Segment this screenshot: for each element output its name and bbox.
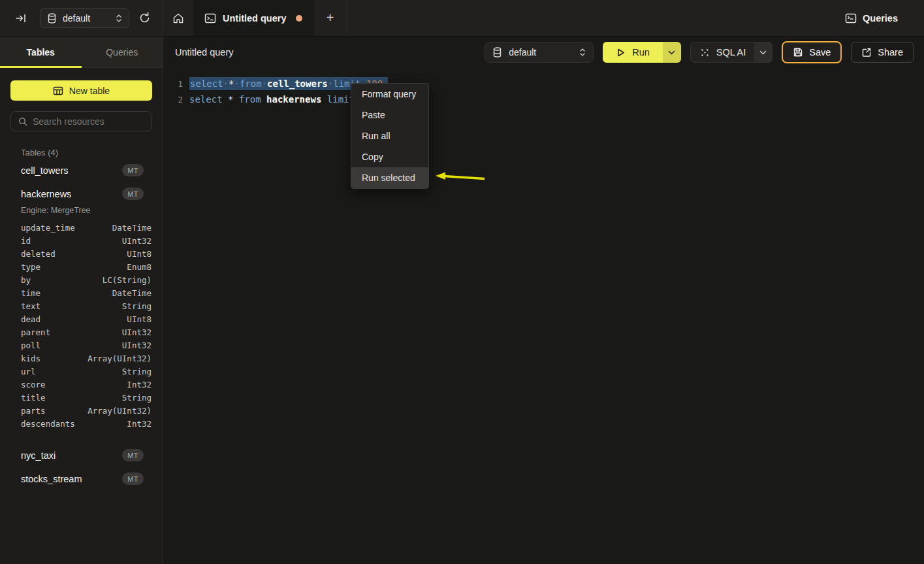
query-toolbar: Untitled query default	[163, 37, 924, 68]
column-type: Array(UInt32)	[88, 406, 151, 416]
unsaved-changes-dot	[296, 15, 302, 22]
tab-label: Untitled query	[223, 13, 289, 24]
table-row-stocks-stream[interactable]: stocks_stream MT	[0, 468, 163, 489]
refresh-button[interactable]	[138, 12, 151, 24]
column-name: time	[21, 288, 112, 298]
column-name: descendants	[21, 419, 127, 429]
context-menu-item-paste[interactable]: Paste	[351, 105, 428, 125]
run-button[interactable]: Run	[603, 42, 663, 63]
search-input[interactable]	[33, 116, 144, 127]
code-token: ·	[234, 78, 239, 89]
play-icon	[616, 48, 626, 58]
run-options-button[interactable]	[663, 42, 681, 63]
table-grid-icon	[53, 86, 63, 96]
search-box	[10, 111, 152, 131]
top-bar-left: default	[0, 0, 163, 36]
code-token: from	[240, 78, 262, 89]
code-token: ·	[262, 78, 267, 89]
line-number: 2	[163, 95, 183, 105]
column-type: Array(UInt32)	[88, 354, 151, 363]
column-row: idUInt32	[21, 234, 151, 247]
engine-label: Engine: MergeTree	[21, 206, 163, 215]
database-icon	[492, 47, 502, 58]
column-row: byLC(String)	[21, 273, 151, 286]
table-row-nyc-taxi[interactable]: nyc_taxi MT	[0, 444, 163, 466]
tab-untitled-query[interactable]: Untitled query	[193, 0, 314, 36]
column-name: update_time	[21, 223, 112, 233]
editor-line[interactable]: 1select·*·from·cell_towers·limit·100	[163, 76, 924, 91]
share-label: Share	[878, 47, 903, 58]
new-table-button[interactable]: New table	[10, 80, 152, 101]
column-row: timeDateTime	[21, 286, 151, 299]
table-row-hackernews[interactable]: hackernews MT	[0, 183, 163, 205]
database-selector-value: default	[63, 13, 110, 24]
save-label: Save	[809, 47, 831, 58]
column-name: type	[21, 262, 127, 272]
new-tab-button[interactable]: +	[314, 0, 347, 36]
context-menu-item-copy[interactable]: Copy	[351, 146, 428, 167]
column-name: poll	[21, 340, 122, 350]
save-icon	[793, 47, 803, 58]
code-token: hackernews	[266, 94, 321, 105]
toolbar-database-selector[interactable]: default	[485, 42, 594, 63]
new-table-label: New table	[69, 86, 110, 96]
toolbar-database-value: default	[509, 47, 573, 58]
sql-ai-options-button[interactable]	[754, 42, 772, 62]
editor-line[interactable]: 2select * from hackernews limit	[163, 91, 924, 107]
column-name: dead	[21, 314, 127, 324]
code-token: select	[189, 94, 223, 105]
code-token	[261, 94, 266, 105]
column-row: scoreInt32	[21, 378, 151, 391]
column-row: titleString	[21, 391, 151, 404]
column-type: String	[122, 367, 151, 376]
sidebar-tab-tables[interactable]: Tables	[0, 37, 82, 67]
home-tab-button[interactable]	[163, 0, 193, 36]
refresh-icon	[138, 12, 151, 24]
code-token: cell_towers	[267, 78, 328, 89]
column-list: update_timeDateTimeidUInt32deletedUInt8t…	[21, 221, 151, 430]
column-name: by	[21, 275, 103, 285]
context-menu-item-format-query[interactable]: Format query	[351, 84, 428, 105]
column-row: descendantsInt32	[21, 417, 151, 430]
sql-editor[interactable]: 1select·*·from·cell_towers·limit·1002sel…	[163, 68, 924, 563]
column-row: typeEnum8	[21, 260, 151, 273]
column-row: pollUInt32	[21, 339, 151, 352]
top-bar: default	[0, 0, 924, 37]
engine-badge: MT	[122, 449, 144, 461]
home-icon	[172, 12, 184, 24]
column-type: Enum8	[127, 262, 151, 272]
sql-ai-label: SQL AI	[716, 47, 746, 58]
column-name: kids	[21, 354, 88, 363]
column-row: deadUInt8	[21, 312, 151, 325]
column-row: kidsArray(UInt32)	[21, 352, 151, 365]
engine-badge: MT	[122, 473, 144, 485]
tables-section-label: Tables (4)	[21, 148, 163, 158]
column-row: parentUInt32	[21, 325, 151, 339]
table-name: stocks_stream	[21, 474, 122, 484]
share-button[interactable]: Share	[851, 42, 914, 63]
context-menu-item-run-all[interactable]: Run all	[351, 125, 428, 146]
column-name: parent	[21, 327, 122, 337]
chevron-updown-icon	[116, 14, 122, 23]
column-type: Int32	[127, 380, 151, 390]
column-type: UInt32	[122, 340, 151, 350]
column-row: urlString	[21, 365, 151, 378]
table-row-cell-towers[interactable]: cell_towers MT	[0, 159, 163, 181]
database-selector[interactable]: default	[40, 8, 129, 28]
column-name: text	[21, 301, 122, 311]
queries-button[interactable]: Queries	[845, 0, 924, 36]
sidebar-tab-queries[interactable]: Queries	[82, 37, 163, 67]
ai-sparkle-icon	[699, 47, 710, 58]
engine-badge: MT	[122, 188, 144, 200]
column-type: UInt32	[122, 236, 151, 246]
table-name: nyc_taxi	[21, 450, 122, 461]
sql-ai-button[interactable]: SQL AI	[691, 42, 754, 62]
queries-label: Queries	[863, 13, 898, 24]
collapse-sidebar-button[interactable]	[15, 12, 27, 24]
context-menu-item-run-selected[interactable]: Run selected	[351, 167, 428, 188]
run-split-button: Run	[603, 42, 681, 63]
chevron-down-icon	[668, 50, 675, 55]
column-type: UInt8	[127, 314, 151, 324]
save-button[interactable]: Save	[782, 41, 842, 63]
column-type: String	[122, 301, 151, 311]
